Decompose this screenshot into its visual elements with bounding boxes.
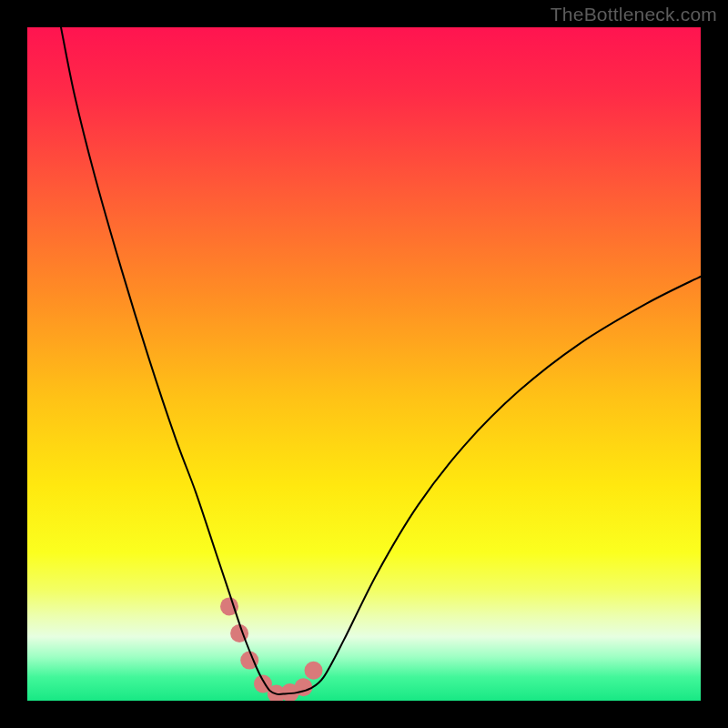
chart-frame: TheBottleneck.com <box>0 0 728 728</box>
watermark-text: TheBottleneck.com <box>551 4 717 25</box>
chart-svg <box>27 27 701 701</box>
marker-point <box>305 662 323 680</box>
plot-area <box>27 27 701 701</box>
marker-point <box>294 678 312 696</box>
